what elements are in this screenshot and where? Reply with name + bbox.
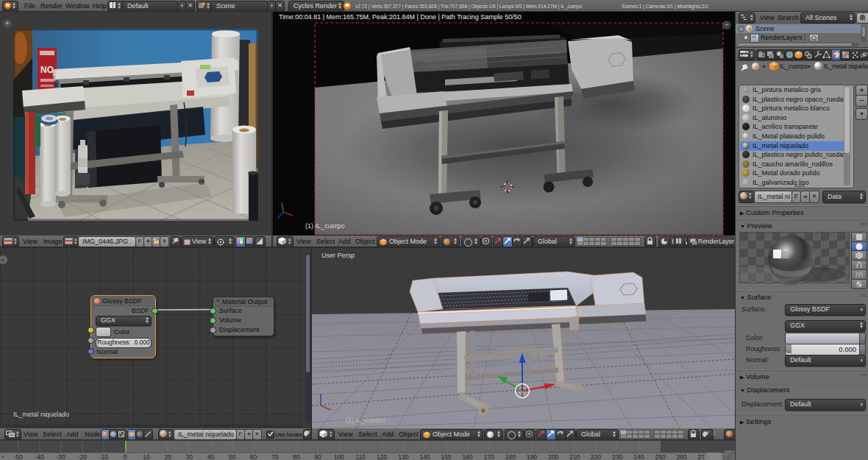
- svg-text:z: z: [321, 388, 324, 393]
- svg-text:x: x: [332, 408, 335, 414]
- svg-text:+: +: [1, 256, 5, 264]
